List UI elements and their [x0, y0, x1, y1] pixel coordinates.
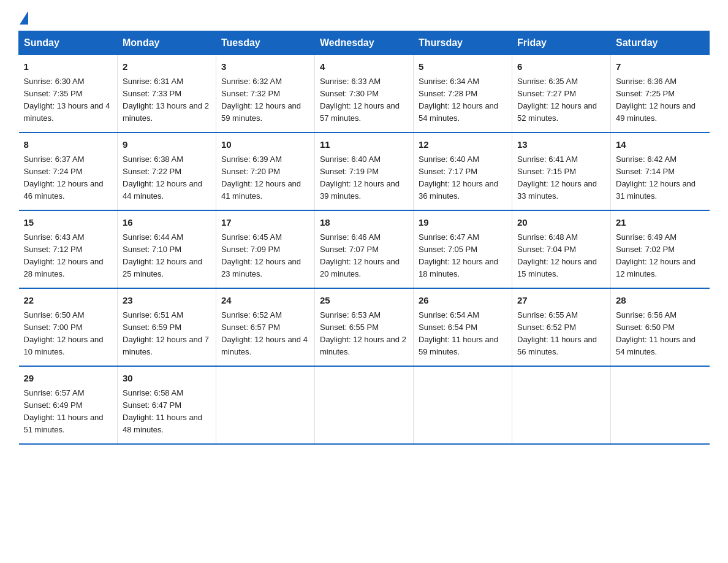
calendar-body: 1Sunrise: 6:30 AMSunset: 7:35 PMDaylight… [19, 55, 710, 445]
calendar-cell [611, 366, 710, 444]
calendar-cell: 19Sunrise: 6:47 AMSunset: 7:05 PMDayligh… [414, 210, 512, 288]
calendar-cell: 23Sunrise: 6:51 AMSunset: 6:59 PMDayligh… [118, 288, 216, 366]
calendar-cell: 11Sunrise: 6:40 AMSunset: 7:19 PMDayligh… [315, 132, 414, 210]
day-info: Sunrise: 6:40 AMSunset: 7:17 PMDaylight:… [419, 153, 507, 203]
calendar-week-row: 8Sunrise: 6:37 AMSunset: 7:24 PMDaylight… [19, 132, 710, 210]
day-info: Sunrise: 6:36 AMSunset: 7:25 PMDaylight:… [616, 75, 705, 125]
calendar-cell: 6Sunrise: 6:35 AMSunset: 7:27 PMDaylight… [512, 55, 611, 133]
calendar-cell: 2Sunrise: 6:31 AMSunset: 7:33 PMDaylight… [118, 55, 216, 133]
header-friday: Friday [512, 31, 611, 55]
day-number: 15 [24, 216, 113, 230]
calendar-cell: 9Sunrise: 6:38 AMSunset: 7:22 PMDaylight… [118, 132, 216, 210]
calendar-cell: 27Sunrise: 6:55 AMSunset: 6:52 PMDayligh… [512, 288, 611, 366]
calendar-cell: 17Sunrise: 6:45 AMSunset: 7:09 PMDayligh… [216, 210, 315, 288]
page-header [18, 12, 710, 25]
calendar-cell: 4Sunrise: 6:33 AMSunset: 7:30 PMDaylight… [315, 55, 414, 133]
header-saturday: Saturday [611, 31, 710, 55]
day-info: Sunrise: 6:39 AMSunset: 7:20 PMDaylight:… [221, 153, 309, 203]
day-info: Sunrise: 6:34 AMSunset: 7:28 PMDaylight:… [419, 75, 507, 125]
calendar-cell: 1Sunrise: 6:30 AMSunset: 7:35 PMDaylight… [19, 55, 118, 133]
calendar-week-row: 15Sunrise: 6:43 AMSunset: 7:12 PMDayligh… [19, 210, 710, 288]
day-info: Sunrise: 6:41 AMSunset: 7:15 PMDaylight:… [517, 153, 605, 203]
day-number: 26 [419, 294, 507, 308]
day-info: Sunrise: 6:55 AMSunset: 6:52 PMDaylight:… [517, 309, 605, 359]
day-info: Sunrise: 6:45 AMSunset: 7:09 PMDaylight:… [221, 231, 309, 281]
logo [18, 12, 28, 25]
day-info: Sunrise: 6:44 AMSunset: 7:10 PMDaylight:… [123, 231, 211, 281]
day-number: 22 [24, 294, 113, 308]
day-number: 8 [24, 138, 113, 152]
calendar-cell: 25Sunrise: 6:53 AMSunset: 6:55 PMDayligh… [315, 288, 414, 366]
day-number: 13 [517, 138, 605, 152]
header-tuesday: Tuesday [216, 31, 315, 55]
calendar-cell: 26Sunrise: 6:54 AMSunset: 6:54 PMDayligh… [414, 288, 512, 366]
day-info: Sunrise: 6:49 AMSunset: 7:02 PMDaylight:… [616, 231, 705, 281]
calendar-cell [216, 366, 315, 444]
day-number: 4 [320, 60, 408, 74]
day-number: 11 [320, 138, 408, 152]
day-info: Sunrise: 6:52 AMSunset: 6:57 PMDaylight:… [221, 309, 309, 359]
calendar-cell: 30Sunrise: 6:58 AMSunset: 6:47 PMDayligh… [118, 366, 216, 444]
day-number: 3 [221, 60, 309, 74]
calendar-cell: 22Sunrise: 6:50 AMSunset: 7:00 PMDayligh… [19, 288, 118, 366]
day-info: Sunrise: 6:53 AMSunset: 6:55 PMDaylight:… [320, 309, 408, 359]
calendar-cell: 20Sunrise: 6:48 AMSunset: 7:04 PMDayligh… [512, 210, 611, 288]
day-number: 20 [517, 216, 605, 230]
day-number: 5 [419, 60, 507, 74]
calendar-cell [315, 366, 414, 444]
day-number: 30 [123, 372, 211, 386]
day-info: Sunrise: 6:33 AMSunset: 7:30 PMDaylight:… [320, 75, 408, 125]
calendar-cell: 8Sunrise: 6:37 AMSunset: 7:24 PMDaylight… [19, 132, 118, 210]
day-info: Sunrise: 6:54 AMSunset: 6:54 PMDaylight:… [419, 309, 507, 359]
header-row: Sunday Monday Tuesday Wednesday Thursday… [19, 31, 710, 55]
calendar-cell [414, 366, 512, 444]
day-number: 28 [616, 294, 705, 308]
calendar-cell: 29Sunrise: 6:57 AMSunset: 6:49 PMDayligh… [19, 366, 118, 444]
calendar-cell: 12Sunrise: 6:40 AMSunset: 7:17 PMDayligh… [414, 132, 512, 210]
day-number: 16 [123, 216, 211, 230]
day-info: Sunrise: 6:58 AMSunset: 6:47 PMDaylight:… [123, 387, 211, 437]
day-info: Sunrise: 6:32 AMSunset: 7:32 PMDaylight:… [221, 75, 309, 125]
day-info: Sunrise: 6:40 AMSunset: 7:19 PMDaylight:… [320, 153, 408, 203]
calendar-cell [512, 366, 611, 444]
day-number: 21 [616, 216, 705, 230]
day-number: 24 [221, 294, 309, 308]
day-info: Sunrise: 6:30 AMSunset: 7:35 PMDaylight:… [24, 75, 113, 125]
day-number: 9 [123, 138, 211, 152]
day-number: 17 [221, 216, 309, 230]
day-info: Sunrise: 6:46 AMSunset: 7:07 PMDaylight:… [320, 231, 408, 281]
logo-triangle-icon [20, 11, 28, 25]
day-number: 7 [616, 60, 705, 74]
calendar-cell: 18Sunrise: 6:46 AMSunset: 7:07 PMDayligh… [315, 210, 414, 288]
calendar-header: Sunday Monday Tuesday Wednesday Thursday… [19, 31, 710, 55]
day-number: 14 [616, 138, 705, 152]
day-info: Sunrise: 6:50 AMSunset: 7:00 PMDaylight:… [24, 309, 113, 359]
calendar-cell: 28Sunrise: 6:56 AMSunset: 6:50 PMDayligh… [611, 288, 710, 366]
day-info: Sunrise: 6:56 AMSunset: 6:50 PMDaylight:… [616, 309, 705, 359]
day-info: Sunrise: 6:43 AMSunset: 7:12 PMDaylight:… [24, 231, 113, 281]
header-wednesday: Wednesday [315, 31, 414, 55]
day-info: Sunrise: 6:42 AMSunset: 7:14 PMDaylight:… [616, 153, 705, 203]
day-number: 18 [320, 216, 408, 230]
header-thursday: Thursday [414, 31, 512, 55]
calendar-cell: 3Sunrise: 6:32 AMSunset: 7:32 PMDaylight… [216, 55, 315, 133]
day-info: Sunrise: 6:48 AMSunset: 7:04 PMDaylight:… [517, 231, 605, 281]
day-number: 10 [221, 138, 309, 152]
calendar-cell: 15Sunrise: 6:43 AMSunset: 7:12 PMDayligh… [19, 210, 118, 288]
day-number: 29 [24, 372, 113, 386]
calendar-cell: 13Sunrise: 6:41 AMSunset: 7:15 PMDayligh… [512, 132, 611, 210]
header-sunday: Sunday [19, 31, 118, 55]
calendar-cell: 14Sunrise: 6:42 AMSunset: 7:14 PMDayligh… [611, 132, 710, 210]
day-info: Sunrise: 6:47 AMSunset: 7:05 PMDaylight:… [419, 231, 507, 281]
calendar-cell: 24Sunrise: 6:52 AMSunset: 6:57 PMDayligh… [216, 288, 315, 366]
day-number: 2 [123, 60, 211, 74]
day-number: 23 [123, 294, 211, 308]
calendar-cell: 7Sunrise: 6:36 AMSunset: 7:25 PMDaylight… [611, 55, 710, 133]
day-info: Sunrise: 6:57 AMSunset: 6:49 PMDaylight:… [24, 387, 113, 437]
calendar-cell: 10Sunrise: 6:39 AMSunset: 7:20 PMDayligh… [216, 132, 315, 210]
calendar-week-row: 29Sunrise: 6:57 AMSunset: 6:49 PMDayligh… [19, 366, 710, 444]
day-info: Sunrise: 6:38 AMSunset: 7:22 PMDaylight:… [123, 153, 211, 203]
calendar-table: Sunday Monday Tuesday Wednesday Thursday… [18, 31, 710, 445]
day-info: Sunrise: 6:37 AMSunset: 7:24 PMDaylight:… [24, 153, 113, 203]
header-monday: Monday [118, 31, 216, 55]
